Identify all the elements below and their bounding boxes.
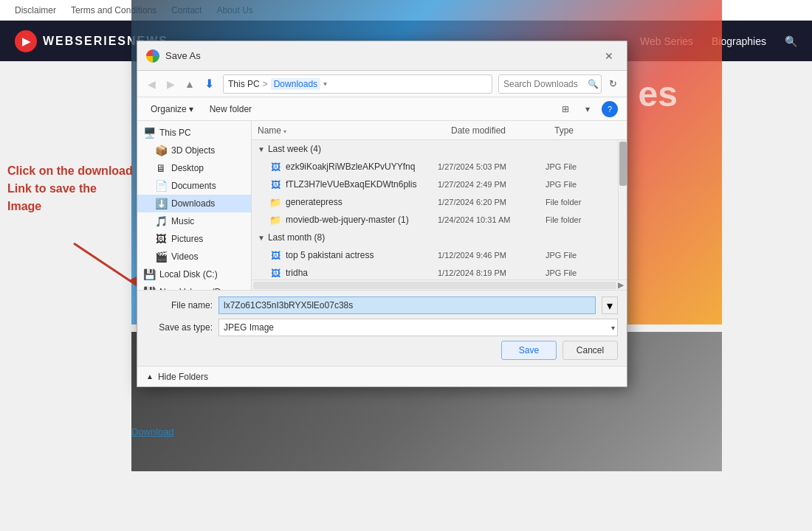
file-date-2: 1/27/2024 2:49 PM [438, 180, 541, 189]
file-name-4: moviedb-web-jquery-master (1) [286, 215, 433, 225]
dialog-body: 🖥️ This PC 📦 3D Objects 🖥 Desktop 📄 Docu… [137, 121, 627, 290]
forward-button[interactable]: ▶ [162, 76, 179, 92]
file-row[interactable]: 📁 generatepress 1/27/2024 6:20 PM File f… [252, 193, 618, 211]
file-type-6: JPG File [546, 268, 612, 277]
group-chevron: ▼ [258, 145, 265, 153]
search-icon-small: 🔍 [588, 79, 599, 89]
group-last-week[interactable]: ▼ Last week (4) [252, 140, 618, 158]
file-icon-jpg4: 🖼 [269, 268, 281, 279]
sidebar-item-this-pc[interactable]: 🖥️ This PC [137, 124, 251, 142]
music-icon: 🎵 [155, 215, 167, 227]
nav-disclaimer[interactable]: Disclaimer [15, 5, 56, 15]
save-type-select[interactable]: JPEG Image [219, 319, 618, 336]
organize-toolbar: Organize ▾ New folder ⊞ ▾ ? [137, 97, 627, 121]
help-button[interactable]: ? [602, 101, 618, 117]
videos-icon: 🎬 [155, 251, 167, 263]
dialog-title: Save As [165, 50, 594, 61]
folder-sidebar: 🖥️ This PC 📦 3D Objects 🖥 Desktop 📄 Docu… [137, 121, 252, 290]
save-type-label: Save as type: [146, 322, 213, 333]
file-type-1: JPG File [546, 162, 612, 171]
file-list-area: Name ▾ Date modified Type ▼ Last week (4… [252, 121, 627, 290]
breadcrumb-downloads: Downloads [271, 78, 320, 90]
organize-button[interactable]: Organize ▾ [146, 103, 198, 116]
hscroll-track[interactable] [253, 282, 616, 289]
sidebar-item-desktop[interactable]: 🖥 Desktop [137, 159, 251, 177]
breadcrumb-dropdown[interactable]: ▾ [323, 80, 327, 88]
sidebar-item-downloads[interactable]: ⬇️ Downloads [137, 195, 251, 212]
action-row: Save Cancel [146, 341, 618, 360]
file-row[interactable]: 🖼 fTLZ3H7leVUeBxaqEKDWtn6plis 1/27/2024 … [252, 176, 618, 193]
bg-heading-text: es [639, 74, 678, 114]
breadcrumb-this-pc: This PC [228, 79, 260, 89]
back-button[interactable]: ◀ [143, 76, 159, 92]
file-name-input[interactable] [219, 296, 596, 314]
hide-folders-row[interactable]: ▲ Hide Folders [137, 366, 627, 386]
pictures-label: Pictures [171, 234, 203, 244]
group-last-month[interactable]: ▼ Last month (8) [252, 229, 618, 246]
local-disk-c-label: Local Disk (C:) [159, 269, 218, 280]
horizontal-scrollbar[interactable]: ▶ [252, 280, 627, 290]
file-name-6: tridha [286, 268, 433, 278]
file-row[interactable]: 🖼 ezk9iKoakjRiWBzleAKPvUYYfnq 1/27/2024 … [252, 158, 618, 176]
file-name-row: File name: ▾ [146, 296, 618, 314]
col-name-header[interactable]: Name ▾ [258, 125, 451, 136]
new-folder-button[interactable]: New folder [204, 103, 258, 116]
search-icon[interactable]: 🔍 [785, 35, 797, 47]
videos-label: Videos [171, 251, 198, 262]
file-type-2: JPG File [546, 180, 612, 189]
this-pc-icon: 🖥️ [143, 127, 155, 139]
col-date-header[interactable]: Date modified [451, 125, 554, 136]
sidebar-item-new-volume-d[interactable]: 💾 New Volume (D: [137, 283, 251, 290]
file-name-2: fTLZ3H7leVUeBxaqEKDWtn6plis [286, 179, 433, 190]
file-name-label: File name: [146, 300, 213, 310]
file-row[interactable]: 🖼 top 5 pakistani actress 1/12/2024 9:46… [252, 246, 618, 264]
file-icon-folder2: 📁 [269, 215, 281, 226]
file-date-3: 1/27/2024 6:20 PM [438, 198, 541, 206]
close-button[interactable]: ✕ [600, 47, 618, 65]
file-row[interactable]: 🖼 tridha 1/12/2024 8:19 PM JPG File [252, 264, 618, 280]
local-disk-c-icon: 💾 [143, 268, 155, 280]
file-icon-jpg3: 🖼 [269, 250, 281, 261]
sort-arrow: ▾ [283, 128, 286, 135]
breadcrumb[interactable]: This PC > Downloads ▾ [223, 74, 492, 94]
address-toolbar: ◀ ▶ ▲ ⬇ This PC > Downloads ▾ 🔍 ↻ [137, 71, 627, 97]
sidebar-item-pictures[interactable]: 🖼 Pictures [137, 230, 251, 248]
save-button[interactable]: Save [501, 341, 557, 360]
save-type-row: Save as type: JPEG Image ▾ [146, 319, 618, 336]
vertical-scrollbar[interactable] [618, 140, 627, 280]
file-date-6: 1/12/2024 8:19 PM [438, 268, 541, 277]
group-last-week-label: Last week (4) [268, 144, 321, 154]
sidebar-item-3d-objects[interactable]: 📦 3D Objects [137, 142, 251, 159]
cancel-button[interactable]: Cancel [562, 341, 618, 360]
col-type-header: Type [554, 125, 621, 136]
hide-folders-chevron: ▲ [146, 372, 154, 381]
search-input[interactable] [503, 79, 585, 89]
sidebar-item-music[interactable]: 🎵 Music [137, 212, 251, 230]
file-date-1: 1/27/2024 5:03 PM [438, 162, 541, 171]
hscroll-right-arrow[interactable]: ▶ [618, 280, 624, 290]
view-button[interactable]: ⊞ [557, 101, 574, 117]
this-pc-label: This PC [159, 128, 191, 138]
file-date-4: 1/24/2024 10:31 AM [438, 215, 541, 224]
downloads-folder-btn[interactable]: ⬇ [201, 76, 217, 92]
file-row[interactable]: 📁 moviedb-web-jquery-master (1) 1/24/202… [252, 211, 618, 229]
view-dropdown[interactable]: ▾ [579, 101, 596, 117]
file-list-scroll[interactable]: ▼ Last week (4) 🖼 ezk9iKoakjRiWBzleAKPvU… [252, 140, 618, 280]
file-icon-jpg1: 🖼 [269, 162, 281, 173]
sidebar-item-local-disk-c[interactable]: 💾 Local Disk (C:) [137, 266, 251, 283]
desktop-label: Desktop [171, 163, 204, 173]
group-last-month-label: Last month (8) [268, 232, 325, 243]
download-link[interactable]: Download [131, 426, 174, 437]
search-box[interactable]: 🔍 [498, 74, 602, 94]
sidebar-item-videos[interactable]: 🎬 Videos [137, 248, 251, 266]
chrome-icon [146, 49, 159, 63]
file-name-5: top 5 pakistani actress [286, 250, 433, 260]
desktop-icon: 🖥 [155, 162, 167, 174]
sidebar-item-documents[interactable]: 📄 Documents [137, 177, 251, 195]
up-button[interactable]: ▲ [182, 76, 198, 92]
refresh-button[interactable]: ↻ [605, 76, 621, 92]
group-chevron-2: ▼ [258, 234, 265, 242]
scrollbar-thumb[interactable] [619, 142, 627, 186]
file-name-dropdown[interactable]: ▾ [602, 296, 618, 314]
file-date-5: 1/12/2024 9:46 PM [438, 251, 541, 260]
